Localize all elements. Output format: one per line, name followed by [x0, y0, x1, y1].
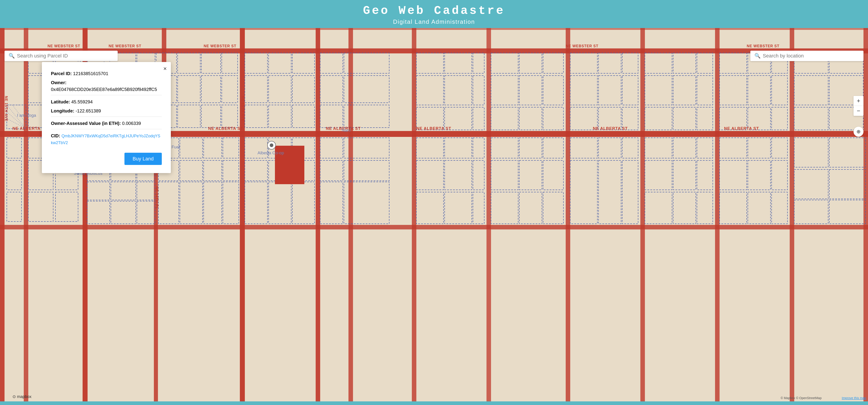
longitude-value: -122.651389 — [75, 108, 101, 113]
owner-row: Owner: 0x4E04768CDD20e35EE87e6a89fC5B920… — [51, 79, 162, 93]
cid-label: CID: — [51, 133, 60, 138]
svg-text:NE 15TH AVE: NE 15TH AVE — [4, 96, 8, 121]
svg-rect-1 — [0, 49, 868, 53]
svg-text:NE ALBERTA ST: NE ALBERTA ST — [593, 126, 628, 131]
zoom-controls: + − — [854, 96, 864, 116]
svg-rect-3 — [0, 225, 868, 229]
svg-rect-10 — [240, 28, 245, 401]
buy-land-button[interactable]: Buy Land — [124, 153, 162, 165]
svg-rect-18 — [790, 28, 794, 401]
svg-text:NE WEBSTER ST: NE WEBSTER ST — [108, 44, 142, 48]
parcel-id-row: Parcel ID: 12163851615701 — [51, 70, 162, 77]
svg-rect-14 — [487, 28, 491, 401]
svg-text:Improve this map: Improve this map — [842, 396, 866, 400]
header: Geo Web Cadastre Digital Land Administra… — [0, 0, 868, 28]
app-subtitle: Digital Land Administration — [0, 18, 868, 25]
parcel-id-label: Parcel ID: — [51, 71, 72, 76]
svg-text:I am Yoga: I am Yoga — [17, 113, 36, 118]
svg-rect-4 — [0, 28, 868, 30]
eth-label: Owner-Assessed Value (in ETH): — [51, 121, 121, 126]
cid-row: CID: QmbJKNWY7BxWKqD5d7eiRKTgLHJUPeYoJZo… — [51, 129, 162, 146]
location-search-input[interactable] — [763, 53, 859, 59]
svg-rect-6 — [24, 28, 28, 401]
latitude-value: 45.559294 — [71, 99, 93, 104]
svg-rect-16 — [640, 28, 645, 401]
svg-text:NE ALBERTA ST: NE ALBERTA ST — [416, 126, 451, 131]
svg-rect-12 — [348, 28, 353, 401]
owner-value: 0x4E04768CDD20e35EE87e6a89fC5B920f9492ff… — [51, 87, 157, 92]
popup-close-button[interactable]: × — [163, 65, 167, 72]
svg-rect-13 — [412, 28, 416, 401]
zoom-in-button[interactable]: + — [854, 96, 864, 106]
longitude-row: Longitude: -122.651389 — [51, 107, 162, 114]
svg-text:NE ALBERTA ST: NE ALBERTA ST — [724, 126, 759, 131]
svg-text:Alberta Co-op: Alberta Co-op — [257, 151, 284, 155]
longitude-label: Longitude: — [51, 108, 74, 113]
parcel-search-input[interactable] — [17, 53, 114, 59]
compass-button[interactable]: ⊕ — [854, 127, 864, 137]
svg-text:NE WEBSTER ST: NE WEBSTER ST — [48, 44, 80, 48]
svg-text:© Mapbox © OpenStreetMap: © Mapbox © OpenStreetMap — [781, 396, 822, 400]
zoom-out-button[interactable]: − — [854, 106, 864, 116]
svg-text:Nani: Nani — [342, 128, 350, 133]
map-container[interactable]: 🔍 🔍 — [0, 28, 868, 401]
svg-rect-11 — [316, 28, 320, 401]
svg-text:⊙ mapbox: ⊙ mapbox — [12, 394, 31, 399]
parcel-id-value: 12163851615701 — [73, 71, 108, 76]
svg-rect-15 — [566, 28, 570, 401]
latitude-label: Latitude: — [51, 99, 70, 104]
latitude-row: Latitude: 45.559294 — [51, 95, 162, 105]
location-search-box: 🔍 — [750, 51, 864, 61]
parcel-search-box: 🔍 — [4, 51, 118, 61]
svg-text:NE WEBSTER ST: NE WEBSTER ST — [204, 44, 237, 48]
search-right-container: 🔍 — [750, 51, 864, 61]
svg-point-167 — [270, 144, 273, 147]
svg-text:NE 14TH PL: NE 14TH PL — [155, 186, 159, 209]
svg-text:NE WEBSTER ST: NE WEBSTER ST — [747, 44, 779, 48]
svg-text:Fuel: Fuel — [172, 145, 180, 149]
app-title: Geo Web Cadastre — [0, 4, 868, 18]
svg-text:NE ALBERTA ST: NE ALBERTA ST — [208, 126, 243, 131]
svg-text:NE 15TH AVE: NE 15TH AVE — [241, 96, 245, 121]
eth-row: Owner-Assessed Value (in ETH): 0.006339 — [51, 117, 162, 127]
search-icon-right: 🔍 — [754, 53, 761, 59]
search-left-container: 🔍 — [4, 51, 118, 61]
svg-text:NE WEBSTER ST: NE WEBSTER ST — [566, 44, 598, 48]
svg-rect-17 — [715, 28, 719, 401]
eth-value: 0.006339 — [122, 121, 141, 126]
cid-link[interactable]: QmbJKNWY7BxWKqD5d7eiRKTgLHJUPeYoJZodqYSk… — [51, 134, 160, 145]
owner-label: Owner: — [51, 80, 66, 85]
search-icon-left: 🔍 — [9, 53, 15, 59]
svg-rect-5 — [0, 28, 4, 401]
parcel-popup: × Parcel ID: 12163851615701 Owner: 0x4E0… — [42, 62, 171, 173]
